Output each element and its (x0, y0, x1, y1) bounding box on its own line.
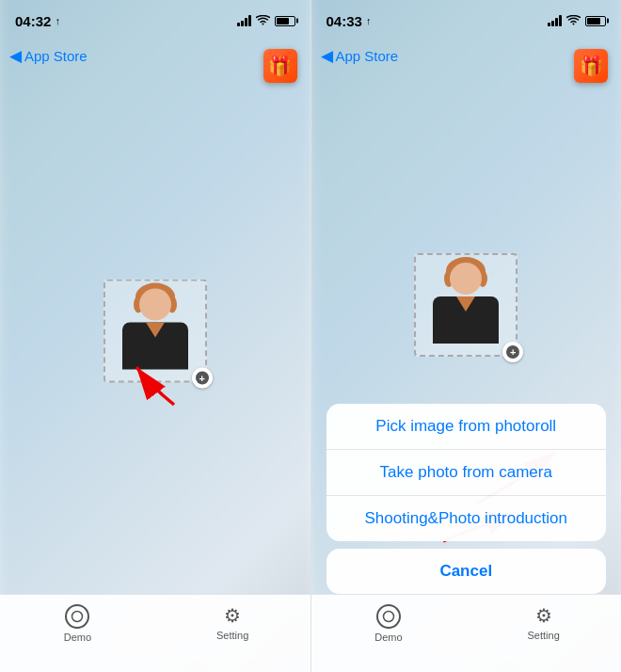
action-pick-photo[interactable]: Pick image from photoroll (326, 404, 607, 450)
gear-icon-left: ⚙ (224, 604, 241, 627)
status-bar-right: 04:33 ↑ (311, 0, 622, 41)
panel-divider (310, 0, 311, 672)
back-label-left: App Store (24, 48, 88, 64)
action-take-photo[interactable]: Take photo from camera (326, 450, 607, 496)
status-time-right: 04:33 ↑ (326, 13, 372, 29)
plus-symbol: + (196, 372, 209, 385)
svg-point-4 (383, 612, 393, 622)
avatar-head (139, 289, 171, 321)
gift-box-left: 🎁 (263, 49, 297, 83)
plus-symbol-r: + (506, 345, 519, 359)
avatar-plus-button[interactable]: + (192, 368, 213, 389)
avatar-container-left[interactable]: + (104, 280, 207, 383)
tab-setting-right[interactable]: ⚙ Setting (466, 604, 621, 641)
tab-setting-label-right: Setting (528, 630, 560, 641)
tab-demo-right[interactable]: Demo (311, 604, 467, 643)
battery-icon-right (585, 16, 606, 26)
battery-icon-left (275, 16, 295, 26)
location-icon-left: ↑ (55, 15, 60, 26)
tab-bar-right: Demo ⚙ Setting (311, 594, 622, 672)
avatar-body (122, 323, 188, 370)
gift-icon-left[interactable]: 🎁 (263, 49, 297, 83)
signal-bars-left (237, 15, 251, 26)
avatar-body-r (433, 296, 499, 344)
right-phone-panel: 04:33 ↑ ◀ Ap (311, 0, 622, 672)
avatar-plus-button-right[interactable]: + (502, 342, 523, 362)
status-icons-right (548, 14, 606, 28)
tab-setting[interactable]: ⚙ Setting (155, 604, 310, 641)
action-sheet: Pick image from photoroll Take photo fro… (326, 404, 607, 594)
left-phone-panel: 04:32 ↑ ◀ Ap (0, 0, 310, 672)
action-shooting-intro[interactable]: Shooting&Photo introduction (326, 496, 607, 541)
avatar-container-right[interactable]: + (414, 253, 518, 357)
tab-demo-label-right: Demo (374, 632, 402, 643)
avatar-figure-right (428, 263, 503, 347)
gift-box-right: 🎁 (574, 49, 608, 83)
tab-demo-label: Demo (64, 632, 91, 643)
svg-point-1 (72, 612, 83, 622)
action-cancel-button[interactable]: Cancel (326, 549, 607, 594)
avatar-box-right: + (414, 253, 518, 357)
back-label-right: App Store (336, 48, 399, 64)
action-sheet-options: Pick image from photoroll Take photo fro… (326, 404, 607, 541)
back-arrow-right: ◀ (321, 46, 333, 66)
tab-bar-left: Demo ⚙ Setting (0, 594, 310, 672)
tab-setting-label: Setting (216, 630, 248, 641)
avatar-figure-left (118, 289, 193, 374)
tab-demo[interactable]: Demo (0, 604, 155, 643)
location-icon-right: ↑ (366, 15, 372, 26)
gear-icon-right: ⚙ (535, 604, 552, 627)
status-time-left: 04:32 ↑ (15, 13, 60, 29)
wifi-icon-right (566, 14, 581, 28)
signal-bars-right (548, 15, 562, 26)
avatar-box-left: + (104, 280, 207, 383)
demo-icon (65, 604, 89, 629)
status-icons-left (237, 14, 295, 28)
status-bar-left: 04:32 ↑ (0, 0, 310, 41)
wifi-icon-left (256, 14, 270, 28)
back-arrow-left: ◀ (9, 46, 22, 66)
demo-icon-right (376, 604, 401, 629)
avatar-head-r (450, 263, 482, 295)
gift-icon-right[interactable]: 🎁 (574, 49, 608, 83)
